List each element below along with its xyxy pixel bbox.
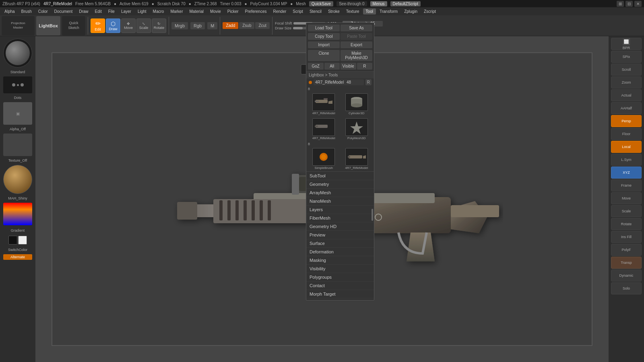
copy-tool-button[interactable]: Copy Tool: [308, 33, 340, 40]
zoom-button[interactable]: Zoom: [611, 76, 642, 88]
floor-button[interactable]: Floor: [611, 128, 642, 140]
geometry-item[interactable]: Geometry: [306, 180, 374, 189]
aahalf-button[interactable]: AAHalf: [611, 102, 642, 114]
export-button[interactable]: Export: [341, 41, 372, 48]
geometryhd-item[interactable]: Geometry HD: [306, 222, 374, 231]
menu-texture[interactable]: Texture: [343, 8, 362, 14]
menus-button[interactable]: Menus: [370, 1, 387, 6]
menu-tool[interactable]: Tool: [363, 8, 376, 14]
menu-zscript[interactable]: Zscript: [421, 8, 439, 14]
quicksave-button[interactable]: QuickSave: [309, 1, 333, 6]
projection-master-button[interactable]: ProjectionMaster: [2, 16, 35, 35]
scale-r-button[interactable]: Scale: [611, 205, 642, 217]
switch-color-label[interactable]: SwitchColor: [8, 248, 27, 252]
polygroups-item[interactable]: Polygroups: [306, 273, 374, 282]
icon-3[interactable]: ✕: [634, 1, 642, 7]
polyf-button[interactable]: PolyF: [611, 244, 642, 256]
thumb-rifle-2[interactable]: 4R7_RifleModel: [308, 118, 340, 140]
polypaint-item[interactable]: Polypaint: [306, 298, 374, 300]
thumb-simplebrush[interactable]: SimpleBrush: [308, 148, 340, 170]
local-button[interactable]: Local: [611, 141, 642, 153]
r-button[interactable]: R: [357, 63, 373, 70]
arraymesh-item[interactable]: ArrayMesh: [306, 189, 374, 197]
menu-layer[interactable]: Layer: [118, 8, 134, 14]
menu-picker[interactable]: Picker: [225, 8, 242, 14]
scale-button[interactable]: ⤡ Scale: [136, 19, 151, 33]
lsym-button[interactable]: L.Sym: [611, 154, 642, 166]
xyz-button[interactable]: XYZ: [611, 167, 642, 179]
fibermesh-item[interactable]: FiberMesh: [306, 214, 374, 222]
menu-file[interactable]: File: [105, 8, 118, 14]
menu-alpha[interactable]: Alpha: [2, 8, 18, 14]
bpr-button[interactable]: 🔲 BPR: [611, 38, 642, 50]
save-as-button[interactable]: Save As: [341, 25, 372, 31]
solo-button[interactable]: Solo: [611, 282, 642, 294]
goz-button[interactable]: GoZ: [308, 63, 324, 70]
zadd-button[interactable]: Zadd: [223, 22, 238, 29]
material-preview[interactable]: [3, 165, 32, 194]
clone-button[interactable]: Clone: [308, 50, 340, 61]
menu-movie[interactable]: Movie: [207, 8, 224, 14]
preview-item[interactable]: Preview: [306, 231, 374, 239]
menu-macro[interactable]: Macro: [150, 8, 167, 14]
nanomesh-item[interactable]: NanoMesh: [306, 197, 374, 206]
see-through-control[interactable]: See-through 0: [336, 1, 367, 6]
default-zscript-button[interactable]: DefaultZScript: [390, 1, 421, 6]
layers-item[interactable]: Layers: [306, 206, 374, 214]
deformation-item[interactable]: Deformation: [306, 248, 374, 256]
edit-button[interactable]: ✏ Edit: [91, 19, 105, 33]
frame-button[interactable]: Frame: [611, 179, 642, 191]
menu-edit[interactable]: Edit: [92, 8, 105, 14]
rotate-r-button[interactable]: Rotate: [611, 218, 642, 230]
spix-button[interactable]: SPix: [611, 51, 642, 63]
thumb-polymesh[interactable]: PolyMesh3D: [341, 118, 373, 140]
background-swatch[interactable]: [18, 236, 27, 245]
texture-preview[interactable]: [3, 134, 32, 156]
surface-item[interactable]: Surface: [306, 239, 374, 248]
mrgb-button[interactable]: Mrgb: [171, 22, 188, 29]
icon-1[interactable]: ⊞: [617, 1, 624, 7]
menu-marker[interactable]: Marker: [167, 8, 186, 14]
menu-color[interactable]: Color: [35, 8, 51, 14]
thumb-rifle-3[interactable]: 4R7_RifleModel: [341, 148, 373, 170]
transp-button[interactable]: Transp: [611, 257, 642, 269]
alpha-preview[interactable]: ▣: [3, 102, 32, 125]
contact-item[interactable]: Contact: [306, 282, 374, 290]
visibility-item[interactable]: Visibility: [306, 265, 374, 273]
rotate-button[interactable]: ↻ Rotate: [152, 19, 166, 33]
dynamic-button[interactable]: Dynamic: [611, 269, 642, 282]
menu-light[interactable]: Light: [135, 8, 149, 14]
move-button[interactable]: ✥ Move: [121, 19, 136, 33]
quick-sketch-button[interactable]: QuickSketch: [62, 16, 85, 35]
thumb-cylinder[interactable]: Cylinder3D: [341, 93, 373, 115]
menu-zplugin[interactable]: Zplugin: [401, 8, 420, 14]
load-tool-button[interactable]: Load Tool: [308, 25, 340, 31]
masking-item[interactable]: Masking: [306, 256, 374, 265]
make-polymesh-button[interactable]: Make PolyMesh3D: [341, 50, 372, 61]
menu-preferences[interactable]: Preferences: [242, 8, 270, 14]
menu-script[interactable]: Script: [290, 8, 306, 14]
move-r-button[interactable]: Move: [611, 192, 642, 204]
import-button[interactable]: Import: [308, 41, 340, 48]
stroke-preview[interactable]: [3, 76, 32, 93]
alternate-button[interactable]: Alternate: [3, 254, 32, 260]
paste-tool-button[interactable]: Paste Tool: [341, 33, 372, 40]
scroll-button[interactable]: Scroll: [611, 64, 642, 76]
actual-button[interactable]: Actual: [611, 89, 642, 101]
thumb-rifle-1[interactable]: 4R7_RifleModel: [308, 93, 340, 115]
menu-brush[interactable]: Brush: [19, 8, 35, 14]
zsub-button[interactable]: Zsub: [239, 22, 254, 29]
rgb-button[interactable]: Rgb: [190, 22, 205, 29]
m-button[interactable]: M: [207, 22, 217, 29]
brush-preview[interactable]: [3, 39, 32, 68]
persp-button[interactable]: Persp: [611, 115, 642, 127]
morph-target-item[interactable]: Morph Target: [306, 290, 374, 298]
all-button[interactable]: All: [324, 63, 340, 70]
subtool-item[interactable]: SubTool: [306, 172, 374, 180]
menu-render[interactable]: Render: [270, 8, 289, 14]
draw-button[interactable]: ⬡ Draw: [106, 19, 120, 33]
menu-stroke[interactable]: Stroke: [325, 8, 343, 14]
tool-name-r-button[interactable]: R: [365, 79, 372, 85]
menu-document[interactable]: Document: [52, 8, 76, 14]
color-picker[interactable]: [3, 203, 32, 225]
